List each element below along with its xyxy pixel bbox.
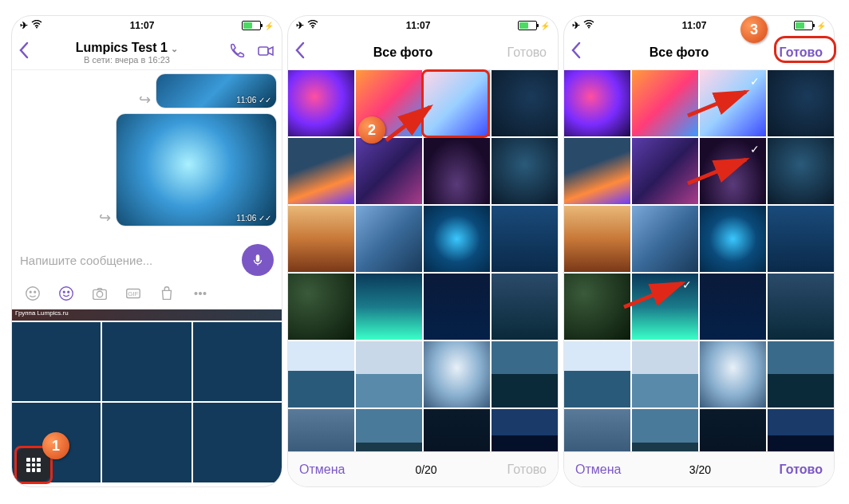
chat-title[interactable]: Lumpics Test 1 bbox=[76, 41, 168, 54]
photo-cell[interactable] bbox=[564, 206, 630, 272]
message-input[interactable]: Напишите сообщение... bbox=[20, 254, 235, 267]
shop-icon[interactable] bbox=[157, 284, 176, 303]
gallery-thumb[interactable] bbox=[102, 403, 191, 482]
photo-cell[interactable] bbox=[288, 409, 354, 451]
photo-cell[interactable] bbox=[768, 274, 834, 340]
photo-cell[interactable] bbox=[288, 70, 354, 136]
photo-cell[interactable] bbox=[356, 341, 422, 408]
photo-cell[interactable] bbox=[356, 409, 422, 451]
picker-title: Все фото bbox=[594, 45, 764, 60]
photo-cell[interactable] bbox=[700, 341, 766, 408]
photo-cell[interactable] bbox=[632, 409, 698, 451]
message-timestamp: 11:06 ✓✓ bbox=[236, 214, 271, 222]
photo-cell[interactable] bbox=[424, 138, 490, 204]
photo-cell[interactable] bbox=[356, 274, 422, 340]
photo-cell[interactable] bbox=[492, 138, 558, 204]
svg-point-0 bbox=[36, 27, 38, 29]
status-bar: ✈ 11:07 ⚡ bbox=[12, 16, 282, 35]
photo-cell[interactable] bbox=[492, 409, 558, 451]
back-button[interactable] bbox=[18, 41, 42, 64]
chat-messages[interactable]: ↪ 11:06 ✓✓ ↪ 11:06 ✓✓ bbox=[12, 70, 282, 238]
battery-icon bbox=[794, 21, 813, 30]
selection-count: 3/20 bbox=[689, 463, 711, 476]
photo-cell[interactable] bbox=[632, 70, 698, 136]
gallery-thumb[interactable] bbox=[102, 322, 191, 401]
photo-cell[interactable] bbox=[700, 409, 766, 451]
camera-icon[interactable] bbox=[90, 284, 109, 303]
check-icon: ✓ bbox=[747, 73, 763, 89]
gif-icon[interactable]: GIF bbox=[124, 284, 143, 303]
photo-cell[interactable] bbox=[768, 138, 834, 204]
photo-cell[interactable] bbox=[492, 70, 558, 136]
forward-icon[interactable]: ↪ bbox=[99, 209, 111, 226]
cancel-button[interactable]: Отмена bbox=[299, 463, 345, 477]
video-call-button[interactable] bbox=[256, 41, 275, 64]
photo-cell[interactable] bbox=[768, 206, 834, 272]
photo-cell[interactable] bbox=[564, 138, 630, 204]
photo-cell[interactable] bbox=[564, 409, 630, 451]
photo-cell[interactable] bbox=[288, 274, 354, 340]
photo-cell[interactable]: ✓ bbox=[700, 70, 766, 136]
photo-cell[interactable] bbox=[700, 274, 766, 340]
photo-cell[interactable]: ✓ bbox=[632, 274, 698, 340]
back-button[interactable] bbox=[294, 41, 318, 64]
gallery-thumb[interactable] bbox=[193, 322, 282, 401]
photo-cell[interactable] bbox=[356, 138, 422, 204]
back-button[interactable] bbox=[571, 41, 594, 64]
photo-cell[interactable] bbox=[492, 341, 558, 408]
done-button[interactable]: Готово bbox=[488, 45, 551, 60]
svg-point-10 bbox=[97, 291, 102, 297]
svg-point-17 bbox=[588, 27, 590, 29]
more-icon[interactable] bbox=[191, 284, 210, 303]
gallery-group-header: Группа Lumpics.ru bbox=[12, 309, 282, 321]
bottom-done-button[interactable]: Готово bbox=[507, 463, 547, 477]
photo-cell[interactable] bbox=[564, 341, 630, 408]
photo-cell[interactable] bbox=[424, 206, 490, 272]
photo-cell[interactable] bbox=[288, 206, 354, 272]
photo-cell[interactable] bbox=[768, 70, 834, 136]
photo-cell[interactable] bbox=[424, 70, 490, 136]
gallery-thumb[interactable] bbox=[193, 403, 282, 482]
photo-cell[interactable] bbox=[356, 70, 422, 136]
photo-cell[interactable] bbox=[632, 138, 698, 204]
photo-cell[interactable] bbox=[288, 341, 354, 408]
message-input-bar: Напишите сообщение... bbox=[12, 238, 282, 282]
photo-cell[interactable] bbox=[356, 206, 422, 272]
chat-image-message[interactable]: 11:06 ✓✓ bbox=[156, 73, 277, 108]
chat-image-message[interactable]: 11:06 ✓✓ bbox=[116, 113, 277, 226]
forward-icon[interactable]: ↪ bbox=[139, 91, 151, 108]
svg-point-15 bbox=[312, 27, 314, 29]
svg-point-13 bbox=[199, 293, 202, 295]
photo-cell[interactable] bbox=[492, 206, 558, 272]
photo-cell[interactable] bbox=[564, 274, 630, 340]
mic-button[interactable] bbox=[242, 244, 274, 276]
photo-cell[interactable] bbox=[564, 70, 630, 136]
sticker-icon[interactable] bbox=[23, 284, 42, 303]
airplane-icon: ✈ bbox=[20, 20, 28, 31]
photo-cell[interactable] bbox=[700, 206, 766, 272]
photo-cell[interactable] bbox=[632, 206, 698, 272]
photo-cell[interactable] bbox=[424, 341, 490, 408]
photo-cell[interactable] bbox=[768, 409, 834, 451]
phone-picker-selected: ✈ 11:07 ⚡ Все фото Готово ✓ ✓ bbox=[564, 16, 834, 486]
gallery-thumb[interactable] bbox=[12, 322, 101, 401]
photo-grid[interactable]: ✓ ✓ ✓ bbox=[564, 70, 834, 451]
charging-icon: ⚡ bbox=[816, 22, 826, 30]
photo-cell[interactable] bbox=[632, 341, 698, 408]
picker-bottom-bar: Отмена 3/20 Готово bbox=[564, 451, 834, 486]
photo-cell[interactable] bbox=[288, 138, 354, 204]
photo-grid[interactable] bbox=[288, 70, 558, 451]
open-full-gallery-button[interactable] bbox=[17, 448, 50, 482]
call-button[interactable] bbox=[227, 41, 247, 64]
photo-cell[interactable]: ✓ bbox=[700, 138, 766, 204]
photo-cell[interactable] bbox=[492, 274, 558, 340]
done-button[interactable]: Готово bbox=[764, 45, 827, 60]
cancel-button[interactable]: Отмена bbox=[575, 463, 621, 477]
bottom-done-button[interactable]: Готово bbox=[780, 463, 823, 477]
photo-cell[interactable] bbox=[424, 274, 490, 340]
photo-cell[interactable] bbox=[424, 409, 490, 451]
photo-cell[interactable] bbox=[768, 341, 834, 408]
chat-nav: Lumpics Test 1 ⌄ В сети: вчера в 16:23 bbox=[12, 35, 282, 70]
gallery-icon[interactable] bbox=[57, 284, 76, 303]
picker-title: Все фото bbox=[318, 45, 488, 60]
